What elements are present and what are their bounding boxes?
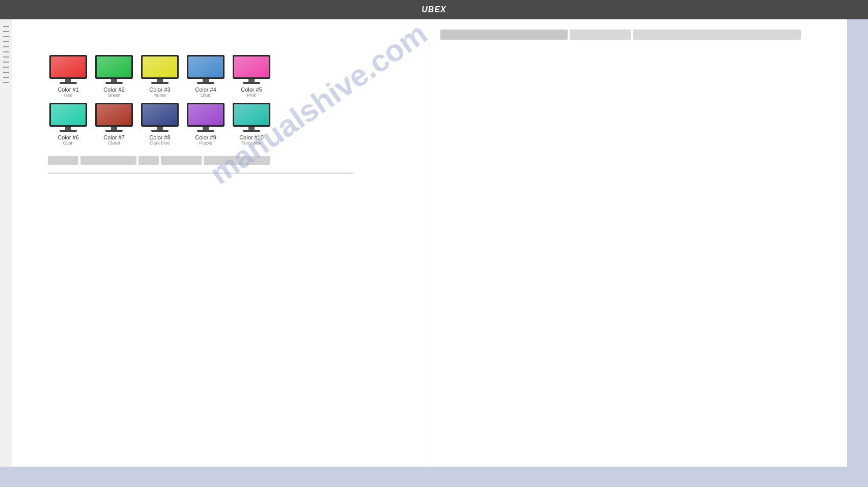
color-item-color-6[interactable]: Color #6Cyan — [48, 103, 89, 146]
logo: UBEX — [422, 5, 446, 14]
header: UBEX — [0, 0, 868, 19]
svg-rect-34 — [105, 130, 123, 132]
sidebar-tick — [3, 46, 9, 47]
right-header-bar-1 — [570, 30, 631, 40]
content-area: manualshive.com Color #1RedColor #2Green… — [12, 19, 430, 467]
pagination-bar — [48, 156, 414, 165]
page-btn-2[interactable] — [138, 156, 159, 165]
monitor-icon — [140, 103, 180, 132]
sidebar-tick — [3, 67, 9, 68]
color-item-color-1[interactable]: Color #1Red — [48, 55, 89, 98]
page-btn-3[interactable] — [161, 156, 202, 165]
svg-rect-18 — [203, 79, 209, 82]
svg-rect-37 — [143, 104, 177, 125]
color-label-sub: Pink — [247, 93, 256, 98]
color-label-sub: Claret — [108, 140, 120, 146]
monitor-icon — [186, 55, 226, 84]
color-label-sub: Cyan — [63, 140, 73, 146]
svg-rect-17 — [188, 56, 223, 77]
svg-rect-4 — [60, 82, 77, 84]
right-header-bar-0 — [440, 30, 568, 40]
color-label-sub: Blue — [201, 93, 210, 98]
left-sidebar — [0, 19, 12, 467]
color-label-main: Color #9 — [195, 134, 216, 140]
monitor-icon — [186, 103, 226, 132]
right-area — [430, 19, 847, 467]
color-grid: Color #1RedColor #2GreenColor #3YellowCo… — [48, 55, 414, 146]
sidebar-tick — [3, 56, 9, 58]
svg-rect-38 — [157, 127, 163, 130]
svg-rect-3 — [65, 79, 71, 82]
svg-rect-28 — [65, 127, 71, 130]
svg-rect-29 — [60, 130, 77, 132]
color-label-main: Color #4 — [195, 87, 216, 93]
sidebar-tick — [3, 51, 9, 52]
sidebar-tick — [3, 62, 9, 63]
svg-rect-8 — [111, 79, 117, 82]
monitor-icon — [232, 103, 271, 132]
page-btn-0[interactable] — [48, 156, 78, 165]
svg-rect-14 — [151, 82, 169, 84]
svg-rect-42 — [188, 104, 223, 125]
sidebar-tick — [3, 82, 9, 83]
color-label-main: Color #6 — [58, 134, 79, 140]
svg-rect-49 — [243, 130, 260, 132]
color-label-main: Color #3 — [149, 87, 171, 93]
color-row-1: Color #1RedColor #2GreenColor #3YellowCo… — [48, 55, 414, 98]
color-label-main: Color #7 — [103, 134, 125, 140]
monitor-icon — [140, 55, 180, 84]
svg-rect-9 — [105, 82, 123, 84]
color-label-main: Color #10 — [239, 134, 264, 140]
color-label-sub: Green — [107, 93, 120, 98]
color-item-color-8[interactable]: Color #8Dark blue — [139, 103, 180, 146]
color-label-main: Color #2 — [103, 87, 125, 93]
color-row-2: Color #6CyanColor #7ClaretColor #8Dark b… — [48, 103, 414, 146]
page-btn-4[interactable] — [204, 156, 270, 165]
color-item-color-9[interactable]: Color #9Purple — [185, 103, 226, 146]
svg-rect-24 — [243, 82, 260, 84]
svg-rect-33 — [111, 127, 117, 130]
main-wrapper: manualshive.com Color #1RedColor #2Green… — [0, 19, 868, 477]
color-label-main: Color #1 — [58, 87, 79, 93]
page-btn-1[interactable] — [80, 156, 136, 165]
svg-rect-23 — [248, 79, 255, 82]
color-label-sub: Dark blue — [150, 140, 170, 146]
svg-rect-2 — [51, 56, 86, 77]
svg-rect-7 — [97, 56, 131, 77]
svg-rect-13 — [157, 79, 163, 82]
color-item-color-2[interactable]: Color #2Green — [94, 55, 134, 98]
color-label-main: Color #8 — [149, 134, 171, 140]
color-label-sub: Purple — [199, 140, 212, 146]
svg-rect-12 — [143, 56, 177, 77]
sidebar-tick — [3, 41, 9, 42]
color-item-color-5[interactable]: Color #5Pink — [231, 55, 272, 98]
monitor-icon — [94, 55, 134, 84]
right-header-bars — [440, 30, 837, 40]
color-label-sub: Turquoise — [241, 140, 262, 146]
svg-rect-47 — [234, 104, 269, 125]
color-item-color-7[interactable]: Color #7Claret — [94, 103, 134, 146]
svg-rect-44 — [197, 130, 214, 132]
monitor-icon — [48, 55, 88, 84]
right-header-bar-2 — [633, 30, 801, 40]
sidebar-tick — [3, 26, 9, 27]
sidebar-tick — [3, 77, 9, 78]
color-item-color-3[interactable]: Color #3Yellow — [139, 55, 180, 98]
sidebar-tick — [3, 31, 9, 32]
sidebar-tick — [3, 72, 9, 73]
svg-rect-48 — [248, 127, 255, 130]
svg-rect-19 — [197, 82, 214, 84]
color-label-main: Color #5 — [241, 87, 262, 93]
svg-rect-32 — [97, 104, 131, 125]
svg-rect-22 — [234, 56, 269, 77]
color-item-color-4[interactable]: Color #4Blue — [185, 55, 226, 98]
monitor-icon — [232, 55, 271, 84]
monitor-icon — [48, 103, 88, 132]
bottom-separator — [48, 173, 353, 174]
color-label-sub: Red — [64, 93, 73, 98]
sidebar-tick — [3, 36, 9, 37]
monitor-icon — [94, 103, 134, 132]
color-item-color-10[interactable]: Color #10Turquoise — [231, 103, 272, 146]
color-label-sub: Yellow — [153, 93, 166, 98]
svg-rect-39 — [151, 130, 169, 132]
